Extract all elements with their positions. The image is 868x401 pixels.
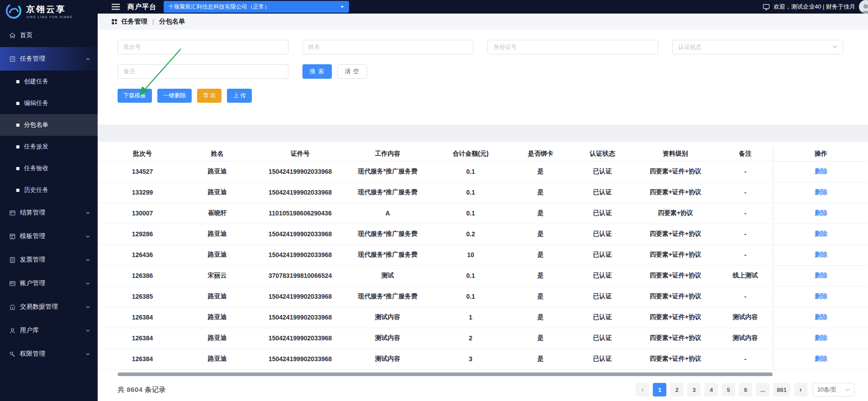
name-input[interactable] — [302, 40, 473, 54]
chevron-down-icon — [340, 4, 344, 10]
page-button-861[interactable]: 861 — [773, 383, 790, 396]
table-row: 126436路亚迪150424199902033968现代服务*推广服务费10是… — [98, 245, 868, 266]
search-button[interactable]: 搜 索 — [302, 64, 332, 79]
workbench-icon[interactable] — [763, 4, 770, 10]
table-cell: 四要素+证件+协议 — [634, 167, 717, 176]
sidebar-item-invoice-management[interactable]: 发票管理 — [0, 248, 98, 272]
sidebar-subitem-create-task[interactable]: 创建任务 — [0, 71, 98, 92]
upload-button[interactable]: 上 传 — [227, 89, 251, 103]
table-cell: 崔晓轩 — [178, 209, 256, 217]
sidebar-item-transaction-data-management[interactable]: 交易数据管理 — [0, 295, 98, 319]
sidebar-item-template-management[interactable]: 模板管理 — [0, 224, 98, 248]
table-cell: 370783199810066524 — [256, 272, 344, 279]
column-header: 姓名 — [178, 150, 256, 158]
delete-link[interactable]: 删除 — [815, 188, 827, 196]
prev-page-button[interactable]: ‹ — [636, 383, 649, 396]
sidebar-item-permission-management[interactable]: 权限管理 — [0, 342, 98, 366]
main-area: 商户平台 十堰聚辰汇利信息科技有限公司（正常） 欢迎，测试企业40 | 财务于佳… — [98, 0, 868, 401]
table-cell: 现代服务*推广服务费 — [344, 251, 431, 259]
sidebar-item-task-management[interactable]: 任务管理 — [0, 47, 98, 71]
transaction-icon — [9, 304, 16, 310]
page-button-2[interactable]: 2 — [670, 383, 684, 396]
table-cell: 是 — [510, 272, 571, 280]
table-cell: 1 — [431, 314, 510, 321]
sidebar-subitem-edit-task[interactable]: 编辑任务 — [0, 92, 98, 114]
id-number-input[interactable] — [487, 40, 658, 54]
table-cell: 126384 — [107, 314, 178, 321]
sidebar-menu: 首页任务管理创建任务编辑任务分包名单任务派发任务验收历史任务结算管理模板管理发票… — [0, 24, 98, 366]
bullet-square-icon — [16, 167, 19, 170]
sidebar-subitem-subcontract-list[interactable]: 分包名单 — [0, 114, 98, 136]
table-cell: 四要素+证件+协议 — [634, 188, 717, 196]
sidebar-item-home[interactable]: 首页 — [0, 24, 98, 47]
delete-link[interactable]: 删除 — [815, 272, 827, 280]
sidebar-item-settlement-management[interactable]: 结算管理 — [0, 201, 98, 224]
table-cell: 150424199902033968 — [256, 251, 344, 258]
delete-link[interactable]: 删除 — [815, 251, 827, 259]
delete-link[interactable]: 删除 — [815, 292, 827, 301]
table-cell: 四要素+证件+协议 — [634, 355, 717, 363]
sidebar-subitem-history-task[interactable]: 历史任务 — [0, 179, 98, 201]
table-cell: A — [344, 210, 431, 217]
operation-cell: 删除 — [774, 307, 868, 328]
delete-link[interactable]: 删除 — [815, 334, 827, 342]
sidebar-item-label: 任务管理 — [20, 55, 45, 63]
menu-collapse-icon[interactable] — [111, 3, 120, 10]
sidebar-subitem-label: 任务派发 — [24, 143, 48, 151]
permission-icon — [9, 351, 16, 358]
scrollbar-thumb[interactable] — [118, 372, 773, 376]
page-button-6[interactable]: 6 — [739, 383, 752, 396]
delete-link[interactable]: 删除 — [815, 313, 827, 321]
sidebar-subitem-label: 任务验收 — [24, 164, 48, 172]
export-button[interactable]: 导 出 — [197, 89, 222, 103]
table-row: 134527路亚迪150424199902033968现代服务*推广服务费0.1… — [98, 162, 868, 182]
chevron-down-icon — [85, 281, 90, 286]
table-cell: 0.1 — [431, 189, 510, 196]
batch-delete-button[interactable]: 一键删除 — [157, 89, 192, 103]
delete-link[interactable]: 删除 — [815, 230, 827, 238]
table-cell: 现代服务*推广服务费 — [344, 230, 431, 238]
table-cell: 已认证 — [571, 292, 634, 301]
table-cell: 126385 — [107, 293, 178, 300]
table-cell: 已认证 — [571, 209, 634, 217]
sidebar-item-account-management[interactable]: 账户管理 — [0, 272, 98, 295]
next-page-button[interactable]: › — [794, 383, 807, 396]
auth-status-select[interactable]: 认证状态 — [672, 40, 843, 54]
table-cell: 2 — [431, 334, 510, 342]
sidebar-subitem-task-dispatch[interactable]: 任务派发 — [0, 136, 98, 158]
batch-number-input[interactable] — [118, 40, 288, 54]
sidebar-subitem-task-acceptance[interactable]: 任务验收 — [0, 158, 98, 179]
table-cell: 四要素+证件+协议 — [634, 251, 717, 259]
table-cell: 150424199902033968 — [256, 334, 344, 342]
filter-panel: 认证状态 搜 索 清 空 下载模板 一键删除 导 出 上 传 — [98, 30, 868, 124]
clear-button[interactable]: 清 空 — [337, 64, 368, 79]
page-size-select[interactable]: 10条/页 — [813, 383, 854, 396]
brand-subtitle: JING LING YUN XIANG — [26, 15, 73, 19]
filter-row-1: 认证状态 — [118, 40, 848, 54]
user-icon — [9, 327, 16, 334]
page-button-1[interactable]: 1 — [653, 383, 666, 396]
company-select[interactable]: 十堰聚辰汇利信息科技有限公司（正常） — [164, 1, 349, 13]
table-cell: 是 — [510, 334, 571, 342]
download-template-button[interactable]: 下载模板 — [118, 89, 152, 103]
delete-link[interactable]: 删除 — [815, 355, 827, 363]
pagination-bar: 共 8604 条记录 ‹123456...861› 10条/页 — [98, 379, 868, 401]
table-cell: 是 — [510, 355, 571, 363]
page-button-4[interactable]: 4 — [704, 383, 718, 396]
table-cell: 测试内容 — [717, 313, 774, 321]
remark-input[interactable] — [118, 64, 288, 79]
table-cell: 150424199902033968 — [256, 189, 344, 196]
table-cell: 路亚迪 — [178, 167, 256, 176]
sidebar-item-user-library[interactable]: 用户库 — [0, 319, 98, 342]
horizontal-scrollbar[interactable] — [98, 372, 868, 376]
table-cell: 四要素+证件+协议 — [634, 334, 717, 342]
table-cell: 0.2 — [431, 230, 510, 238]
avatar[interactable] — [859, 0, 868, 14]
table-cell: 已认证 — [571, 313, 634, 321]
page-button-5[interactable]: 5 — [722, 383, 735, 396]
table-cell: 0.1 — [431, 293, 510, 300]
page-ellipsis[interactable]: ... — [756, 383, 769, 396]
delete-link[interactable]: 删除 — [815, 209, 827, 217]
page-button-3[interactable]: 3 — [687, 383, 701, 396]
delete-link[interactable]: 删除 — [815, 167, 827, 176]
